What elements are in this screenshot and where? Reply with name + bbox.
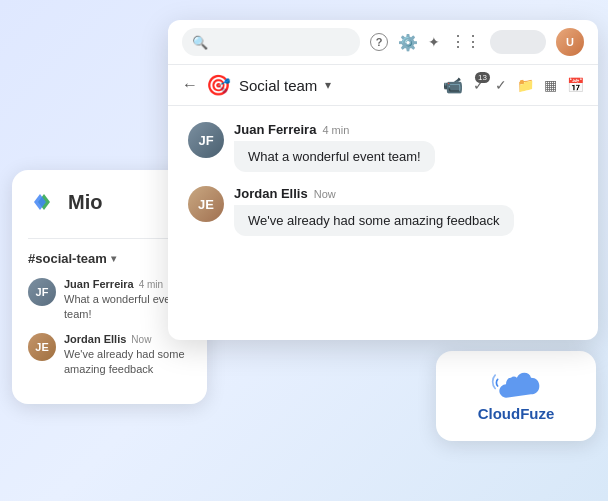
mio-time-1: 4 min xyxy=(139,279,163,290)
chat-bubble-1: What a wonderful event team! xyxy=(234,141,435,172)
search-bar[interactable]: 🔍 xyxy=(182,28,360,56)
chat-time-1: 4 min xyxy=(322,124,349,136)
mio-divider xyxy=(28,238,191,239)
chat-message-1: JF Juan Ferreira 4 min What a wonderful … xyxy=(188,122,578,172)
channel-chevron-icon: ▾ xyxy=(111,253,116,264)
mio-brand-name: Mio xyxy=(68,191,102,214)
avatar-juan-mio: JF xyxy=(28,278,56,306)
help-icon[interactable]: ? xyxy=(370,33,388,51)
tasks-icon[interactable]: ✓ 13 xyxy=(473,77,485,93)
chat-bubble-2: We've already had some amazing feedback xyxy=(234,205,514,236)
chat-body: JF Juan Ferreira 4 min What a wonderful … xyxy=(168,106,598,340)
top-bar: 🔍 ? ⚙️ ✦ ⋮⋮ U xyxy=(168,20,598,65)
group-emoji-icon: 🎯 xyxy=(206,73,231,97)
chat-msg-inner-2: Jordan Ellis Now We've already had some … xyxy=(234,186,578,236)
chat-time-2: Now xyxy=(314,188,336,200)
calendar-icon[interactable]: 📅 xyxy=(567,77,584,93)
channel-name: #social-team xyxy=(28,251,107,266)
header-actions: 📹 ✓ 13 ✓ 📁 ▦ 📅 xyxy=(443,76,584,95)
layout-icon[interactable]: ▦ xyxy=(544,77,557,93)
video-icon[interactable]: 📹 xyxy=(443,76,463,95)
cloudfuze-logo xyxy=(491,371,541,401)
back-arrow-icon[interactable]: ← xyxy=(182,76,198,94)
folder-icon[interactable]: 📁 xyxy=(517,77,534,93)
mio-sender-1: Juan Ferreira xyxy=(64,278,134,290)
sparkle-icon[interactable]: ✦ xyxy=(428,34,440,50)
chat-sender-1: Juan Ferreira xyxy=(234,122,316,137)
chat-message-2: JE Jordan Ellis Now We've already had so… xyxy=(188,186,578,236)
cloudfuze-card: CloudFuze xyxy=(436,351,596,441)
group-chevron-icon[interactable]: ▾ xyxy=(325,78,331,92)
cloudfuze-cloud-icon xyxy=(491,371,541,401)
avatar-jordan-chat: JE xyxy=(188,186,224,222)
chat-msg-header-2: Jordan Ellis Now xyxy=(234,186,578,201)
chat-header: ← 🎯 Social team ▾ 📹 ✓ 13 ✓ 📁 ▦ 📅 xyxy=(168,65,598,106)
chat-msg-inner-1: Juan Ferreira 4 min What a wonderful eve… xyxy=(234,122,578,172)
search-icon: 🔍 xyxy=(192,35,208,50)
mio-msg-content-2: Jordan Ellis Now We've already had some … xyxy=(64,333,191,378)
user-chip[interactable] xyxy=(490,30,546,54)
chat-msg-header-1: Juan Ferreira 4 min xyxy=(234,122,578,137)
cloudfuze-name: CloudFuze xyxy=(478,405,555,422)
grid-icon[interactable]: ⋮⋮ xyxy=(450,34,480,50)
group-name: Social team xyxy=(239,77,317,94)
channel-header[interactable]: #social-team ▾ xyxy=(28,251,191,266)
mio-sender-2: Jordan Ellis xyxy=(64,333,126,345)
mio-logo: Mio xyxy=(28,186,191,218)
mio-text-2: We've already had some amazing feedback xyxy=(64,347,191,378)
chat-window: 🔍 ? ⚙️ ✦ ⋮⋮ U ← 🎯 Social team ▾ 📹 ✓ 13 ✓… xyxy=(168,20,598,340)
settings-icon[interactable]: ⚙️ xyxy=(398,33,418,52)
chat-sender-2: Jordan Ellis xyxy=(234,186,308,201)
top-icons: ? ⚙️ ✦ ⋮⋮ xyxy=(370,33,480,52)
mio-message-1: JF Juan Ferreira 4 min What a wonderful … xyxy=(28,278,191,323)
mio-message-2: JE Jordan Ellis Now We've already had so… xyxy=(28,333,191,378)
mio-time-2: Now xyxy=(131,334,151,345)
user-avatar-top[interactable]: U xyxy=(556,28,584,56)
avatar-jordan-mio: JE xyxy=(28,333,56,361)
checkmark-icon[interactable]: ✓ xyxy=(495,77,507,93)
mio-icon xyxy=(28,186,60,218)
avatar-juan-chat: JF xyxy=(188,122,224,158)
tasks-badge: 13 xyxy=(475,72,490,83)
